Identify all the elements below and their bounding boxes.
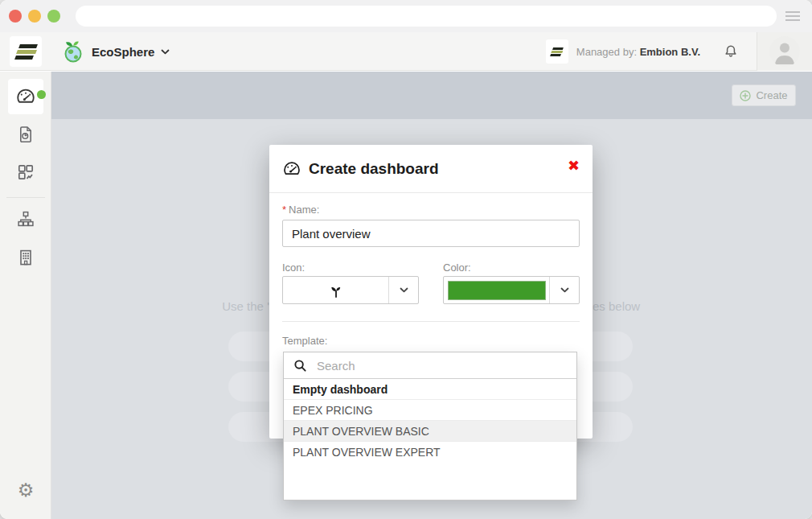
gauge-icon bbox=[282, 159, 301, 179]
empty-state-hint-left: Use the ' bbox=[200, 299, 269, 313]
sidebar-item-plants[interactable] bbox=[8, 201, 43, 237]
managed-by-company: Embion B.V. bbox=[640, 46, 700, 58]
url-bar[interactable] bbox=[76, 6, 777, 27]
avatar-cell bbox=[757, 32, 812, 71]
create-dashboard-modal: Create dashboard ✖ *Name: Icon: Color: bbox=[269, 145, 593, 439]
sidebar-item-reports[interactable] bbox=[8, 117, 43, 152]
plus-circle-icon bbox=[740, 90, 751, 101]
browser-chrome bbox=[0, 0, 812, 32]
fullscreen-window-button[interactable] bbox=[47, 10, 60, 23]
template-option-empty-dashboard[interactable]: Empty dashboard bbox=[284, 379, 576, 400]
empty-state-hint-right: es below bbox=[593, 299, 640, 313]
dashboards-page: Create Use the ' es below Create dashboa… bbox=[51, 72, 812, 519]
seedling-icon bbox=[328, 282, 344, 299]
chevron-down-icon bbox=[560, 287, 569, 293]
embion-logo-icon bbox=[15, 44, 37, 60]
sidebar-divider bbox=[6, 197, 45, 198]
embion-logo[interactable] bbox=[10, 36, 42, 67]
close-window-button[interactable] bbox=[9, 10, 22, 23]
name-input[interactable] bbox=[282, 220, 580, 247]
managed-by-logo bbox=[546, 39, 568, 64]
avatar[interactable] bbox=[769, 36, 800, 67]
color-select[interactable] bbox=[443, 276, 580, 304]
workspace-switcher[interactable]: EcoSphere bbox=[61, 37, 170, 66]
modal-divider bbox=[282, 321, 580, 322]
grid-icon bbox=[16, 163, 35, 182]
sidebar-item-widgets[interactable] bbox=[8, 154, 43, 190]
required-mark: * bbox=[282, 204, 286, 216]
color-label: Color: bbox=[443, 262, 471, 274]
report-icon bbox=[16, 125, 35, 144]
bell-icon bbox=[723, 43, 739, 60]
gear-icon: ⚙ bbox=[18, 480, 35, 501]
sidebar-item-organizations[interactable] bbox=[8, 240, 43, 275]
icon-label: Icon: bbox=[282, 262, 305, 274]
active-indicator-dot bbox=[37, 90, 46, 99]
create-dashboard-button[interactable]: Create bbox=[732, 84, 796, 106]
template-option-epex-pricing[interactable]: EPEX PRICING bbox=[284, 400, 576, 421]
icon-select[interactable] bbox=[282, 276, 419, 304]
modal-title: Create dashboard bbox=[309, 160, 439, 178]
minimize-window-button[interactable] bbox=[28, 10, 41, 23]
sidebar-item-settings[interactable]: ⚙ bbox=[8, 472, 43, 508]
template-label: Template: bbox=[282, 335, 327, 347]
template-dropdown: Empty dashboard EPEX PRICING PLANT OVERV… bbox=[283, 352, 577, 500]
ecosphere-logo-icon bbox=[61, 39, 85, 64]
app-header: EcoSphere Managed by: Embion B.V. bbox=[0, 32, 812, 71]
template-search-input[interactable] bbox=[315, 358, 567, 373]
managed-by-text: Managed by: Embion B.V. bbox=[576, 46, 700, 58]
brand-name: EcoSphere bbox=[92, 45, 154, 59]
template-option-plant-overview-basic[interactable]: PLANT OVERVIEW BASIC bbox=[284, 421, 576, 442]
chevron-down-icon bbox=[161, 49, 170, 55]
gauge-icon bbox=[15, 86, 36, 107]
color-swatch bbox=[448, 281, 546, 300]
template-option-plant-overview-expert[interactable]: PLANT OVERVIEW EXPERT bbox=[284, 442, 576, 463]
sidebar-item-dashboards[interactable] bbox=[8, 79, 43, 114]
close-icon[interactable]: ✖ bbox=[568, 159, 580, 173]
search-icon bbox=[293, 359, 307, 373]
browser-menu-icon[interactable] bbox=[785, 11, 802, 23]
sitemap-icon bbox=[16, 209, 35, 229]
template-search-row bbox=[284, 352, 576, 379]
sidebar: ⚙ bbox=[0, 72, 51, 519]
building-icon bbox=[16, 248, 35, 267]
notifications-button[interactable] bbox=[723, 43, 739, 60]
embion-logo-icon bbox=[551, 47, 564, 56]
name-label: *Name: bbox=[282, 204, 319, 216]
user-silhouette-icon bbox=[769, 36, 800, 67]
browser-window: EcoSphere Managed by: Embion B.V. bbox=[0, 0, 812, 519]
chevron-down-icon bbox=[400, 287, 408, 293]
modal-header: Create dashboard ✖ bbox=[269, 145, 593, 193]
page-header-band bbox=[51, 72, 812, 119]
